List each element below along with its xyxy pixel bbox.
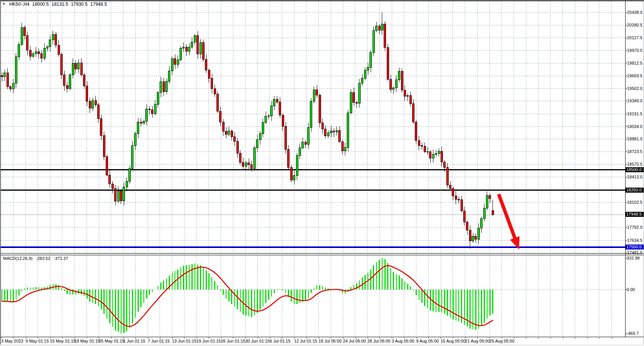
ohlc-close: 17948.5 bbox=[90, 2, 107, 7]
price-tick-label: 19970.0 bbox=[627, 48, 642, 53]
price-tick-label: 19659.5 bbox=[627, 73, 642, 78]
hline-price-label: 18500.0 bbox=[626, 167, 644, 172]
price-tick-label: 17634.5 bbox=[627, 238, 642, 243]
macd-histogram bbox=[2, 258, 493, 333]
time-axis-label: 3 Aug 05:00 bbox=[392, 339, 414, 344]
symbol-period-label: HK50-,H4 bbox=[9, 2, 30, 7]
chart-canvas[interactable] bbox=[0, 0, 644, 346]
time-axis-label: 6 Jul 01:15 bbox=[270, 339, 291, 344]
time-axis-label: 9 Aug 05:00 bbox=[416, 339, 439, 344]
price-tick-label: 19812.5 bbox=[627, 61, 642, 66]
candles-layer bbox=[1, 12, 494, 249]
window-top-border bbox=[0, 0, 644, 1]
time-axis-label: 19 May 01:15 bbox=[75, 339, 100, 344]
ohlc-open: 18000.5 bbox=[32, 2, 49, 7]
arrow-object-shaft[interactable] bbox=[499, 194, 516, 240]
chart-header: ▼ HK50-,H4 18000.5 18131.5 17930.5 17948… bbox=[2, 2, 107, 7]
time-axis-label: 25 May 01:15 bbox=[99, 339, 125, 344]
time-axis-label: 30 Jun 01:15 bbox=[245, 339, 270, 344]
time-axis-label: 25 Aug 05:00 bbox=[489, 339, 514, 344]
hline-price-label: 17550.0 bbox=[626, 245, 644, 250]
time-axis-label: 18 Jul 05:00 bbox=[319, 339, 342, 344]
hline-price-label: 18250.0 bbox=[626, 188, 644, 193]
current-price-label: 17948.5 bbox=[626, 212, 644, 217]
price-tick-label: 19034.0 bbox=[627, 124, 642, 129]
price-tick-label: 17792.0 bbox=[627, 225, 642, 230]
time-axis-label: 24 Jul 05:00 bbox=[343, 339, 366, 344]
ohlc-low: 17930.5 bbox=[71, 2, 87, 7]
chart-window: ▼ HK50-,H4 18000.5 18131.5 17930.5 17948… bbox=[0, 0, 644, 346]
time-axis-label: 3 May 2023 bbox=[1, 339, 23, 344]
macd-signal-value: -371.37 bbox=[54, 256, 68, 261]
triangle-down-icon[interactable]: ▼ bbox=[2, 2, 5, 6]
price-tick-label: 20280.5 bbox=[627, 23, 642, 28]
time-axis-label: 19 Jun 01:15 bbox=[196, 339, 221, 344]
macd-main-value: -283.52 bbox=[36, 256, 50, 261]
time-axis-label: 12 Jul 01:15 bbox=[294, 339, 317, 344]
macd-name-label: MACD(12,26,9) bbox=[3, 256, 32, 261]
price-tick-label: 20127.5 bbox=[627, 35, 642, 40]
price-tick-label: 17481.5 bbox=[627, 250, 642, 255]
price-tick-label: 19502.0 bbox=[627, 86, 642, 91]
price-tick-label: 18570.5 bbox=[627, 162, 642, 167]
price-tick-label: 19191.5 bbox=[627, 111, 642, 116]
time-axis-label: 28 Jul 05:00 bbox=[368, 339, 391, 344]
macd-scale-max: 332.98 bbox=[627, 256, 640, 261]
ohlc-high: 18131.5 bbox=[52, 2, 68, 7]
price-tick-label: 18413.0 bbox=[627, 175, 642, 180]
time-axis-label: 15 May 01:15 bbox=[50, 339, 76, 344]
price-tick-label: 19349.0 bbox=[627, 98, 642, 103]
price-tick-label: 18723.5 bbox=[627, 149, 642, 154]
price-tick-label: 18102.5 bbox=[627, 200, 642, 205]
price-tick-label: 18881.0 bbox=[627, 136, 642, 141]
time-axis-label: 7 Jun 01:15 bbox=[148, 339, 170, 344]
time-axis-label: 13 Jun 01:15 bbox=[172, 339, 197, 344]
price-tick-label: 20438.0 bbox=[627, 10, 642, 15]
macd-scale-min: -465.7 bbox=[627, 331, 639, 336]
window-bottom-strip bbox=[0, 344, 644, 346]
macd-caption: MACD(12,26,9) -283.52 -371.37 bbox=[3, 256, 70, 261]
time-axis-label: 9 May 01:15 bbox=[26, 339, 49, 344]
time-axis-label: 15 Aug 05:00 bbox=[441, 339, 466, 344]
time-axis-label: 1 Jun 01:15 bbox=[123, 339, 146, 344]
time-axis-label: 26 Jun 01:15 bbox=[221, 339, 246, 344]
window-left-border bbox=[0, 0, 1, 346]
macd-scale-zero: 0.00 bbox=[627, 287, 635, 292]
time-axis-label: 21 Aug 05:00 bbox=[465, 339, 490, 344]
